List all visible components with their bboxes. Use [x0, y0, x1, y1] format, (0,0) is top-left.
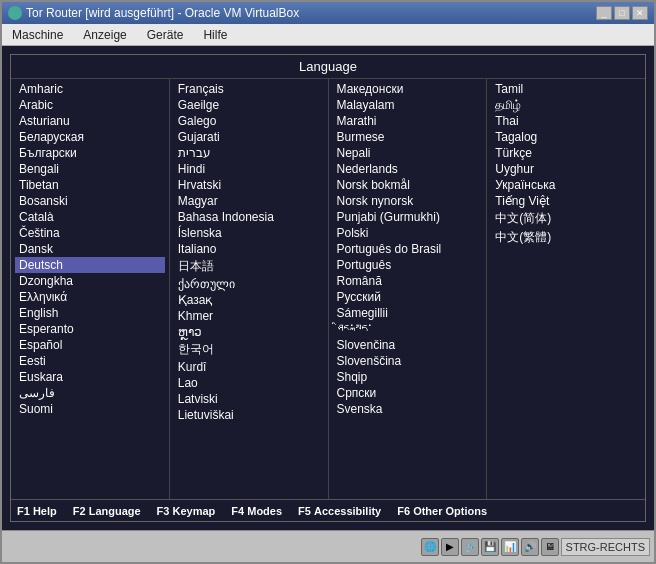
lang-punjabi[interactable]: Punjabi (Gurmukhi): [333, 209, 483, 225]
lang-francais[interactable]: Français: [174, 81, 324, 97]
lang-slovencina[interactable]: Slovenčina: [333, 337, 483, 353]
lang-dansk[interactable]: Dansk: [15, 241, 165, 257]
lang-bosanski[interactable]: Bosanski: [15, 193, 165, 209]
language-dialog: Language Amharic Arabic Asturianu Белару…: [10, 54, 646, 522]
lang-bengali[interactable]: Bengali: [15, 161, 165, 177]
lang-english[interactable]: English: [15, 305, 165, 321]
language-columns: Amharic Arabic Asturianu Беларуская Бълг…: [11, 79, 645, 499]
lang-eesti[interactable]: Eesti: [15, 353, 165, 369]
lang-marathi[interactable]: Marathi: [333, 113, 483, 129]
lang-kurdi[interactable]: Kurdî: [174, 359, 324, 375]
window-icon: [8, 6, 22, 20]
lang-balgarski[interactable]: Български: [15, 145, 165, 161]
lang-hebrew[interactable]: עברית: [174, 145, 324, 161]
lang-asturianu[interactable]: Asturianu: [15, 113, 165, 129]
lang-esperanto[interactable]: Esperanto: [15, 321, 165, 337]
lang-lithuanian[interactable]: Lietuviškai: [174, 407, 324, 423]
taskbar-icon-3[interactable]: 🔗: [461, 538, 479, 556]
status-f2[interactable]: F2 Language: [73, 505, 141, 517]
lang-chinese-simplified[interactable]: 中文(简体): [491, 209, 641, 228]
status-f4[interactable]: F4 Modes: [231, 505, 282, 517]
language-column-4: Tamil தமிழ் Thai Tagalog Türkçe Uyghur У…: [487, 79, 645, 499]
language-column-3: Македонски Malayalam Marathi Burmese Nep…: [329, 79, 488, 499]
lang-makedonski[interactable]: Македонски: [333, 81, 483, 97]
lang-hrvatski[interactable]: Hrvatski: [174, 177, 324, 193]
lang-farsi[interactable]: فارسی: [15, 385, 165, 401]
lang-cestina[interactable]: Čeština: [15, 225, 165, 241]
lang-espanol[interactable]: Español: [15, 337, 165, 353]
lang-romana[interactable]: Română: [333, 273, 483, 289]
lang-lao-script[interactable]: ຫຼາວ: [174, 324, 324, 340]
lang-hindi[interactable]: Hindi: [174, 161, 324, 177]
lang-galego[interactable]: Galego: [174, 113, 324, 129]
lang-samegillii[interactable]: Sámegillii: [333, 305, 483, 321]
lang-bahasa-indonesia[interactable]: Bahasa Indonesia: [174, 209, 324, 225]
taskbar-icon-1[interactable]: 🌐: [421, 538, 439, 556]
title-bar-left: Tor Router [wird ausgeführt] - Oracle VM…: [8, 6, 299, 20]
taskbar-icon-5[interactable]: 📊: [501, 538, 519, 556]
menu-anzeige[interactable]: Anzeige: [77, 26, 132, 44]
lang-ellinika[interactable]: Ελληνικά: [15, 289, 165, 305]
lang-magyar[interactable]: Magyar: [174, 193, 324, 209]
lang-georgian[interactable]: ქართული: [174, 276, 324, 292]
lang-japanese[interactable]: 日本語: [174, 257, 324, 276]
menu-maschine[interactable]: Maschine: [6, 26, 69, 44]
lang-chinese-traditional[interactable]: 中文(繁體): [491, 228, 641, 247]
lang-norsk-bokmal[interactable]: Norsk bokmål: [333, 177, 483, 193]
lang-gujarati[interactable]: Gujarati: [174, 129, 324, 145]
lang-norsk-nynorsk[interactable]: Norsk nynorsk: [333, 193, 483, 209]
lang-deutsch[interactable]: Deutsch: [15, 257, 165, 273]
lang-russian[interactable]: Русский: [333, 289, 483, 305]
lang-ukrainian[interactable]: Українська: [491, 177, 641, 193]
maximize-button[interactable]: □: [614, 6, 630, 20]
lang-lao[interactable]: Lao: [174, 375, 324, 391]
lang-uyghur[interactable]: Uyghur: [491, 161, 641, 177]
lang-svenska[interactable]: Svenska: [333, 401, 483, 417]
lang-tibetan[interactable]: Tibetan: [15, 177, 165, 193]
lang-amharic[interactable]: Amharic: [15, 81, 165, 97]
lang-kazak[interactable]: Қазақ: [174, 292, 324, 308]
lang-tibetan-script[interactable]: ཤིང་སྐད་: [333, 321, 483, 337]
lang-euskara[interactable]: Euskara: [15, 369, 165, 385]
lang-arabic[interactable]: Arabic: [15, 97, 165, 113]
lang-nepali[interactable]: Nepali: [333, 145, 483, 161]
lang-tagalog[interactable]: Tagalog: [491, 129, 641, 145]
lang-thai[interactable]: Thai: [491, 113, 641, 129]
status-f1[interactable]: F1 Help: [17, 505, 57, 517]
lang-slovenscina[interactable]: Slovenščina: [333, 353, 483, 369]
lang-gaeilge[interactable]: Gaeilge: [174, 97, 324, 113]
taskbar-icon-4[interactable]: 💾: [481, 538, 499, 556]
main-window: Tor Router [wird ausgeführt] - Oracle VM…: [0, 0, 656, 564]
status-f6[interactable]: F6 Other Options: [397, 505, 487, 517]
lang-suomi[interactable]: Suomi: [15, 401, 165, 417]
lang-portugues[interactable]: Português: [333, 257, 483, 273]
lang-islenska[interactable]: Íslenska: [174, 225, 324, 241]
lang-italiano[interactable]: Italiano: [174, 241, 324, 257]
taskbar-icon-7[interactable]: 🖥: [541, 538, 559, 556]
minimize-button[interactable]: _: [596, 6, 612, 20]
lang-polski[interactable]: Polski: [333, 225, 483, 241]
lang-malayalam[interactable]: Malayalam: [333, 97, 483, 113]
lang-tamil-script[interactable]: தமிழ்: [491, 97, 641, 113]
lang-portugues-brasil[interactable]: Português do Brasil: [333, 241, 483, 257]
status-f5[interactable]: F5 Accessibility: [298, 505, 381, 517]
lang-belarusskaya[interactable]: Беларуская: [15, 129, 165, 145]
lang-tamil[interactable]: Tamil: [491, 81, 641, 97]
lang-khmer[interactable]: Khmer: [174, 308, 324, 324]
lang-shqip[interactable]: Shqip: [333, 369, 483, 385]
lang-burmese[interactable]: Burmese: [333, 129, 483, 145]
status-f3[interactable]: F3 Keymap: [157, 505, 216, 517]
menu-hilfe[interactable]: Hilfe: [197, 26, 233, 44]
close-button[interactable]: ✕: [632, 6, 648, 20]
lang-dzongkha[interactable]: Dzongkha: [15, 273, 165, 289]
taskbar-icon-6[interactable]: 🔊: [521, 538, 539, 556]
lang-catala[interactable]: Català: [15, 209, 165, 225]
taskbar-icon-2[interactable]: ▶: [441, 538, 459, 556]
lang-vietnamese[interactable]: Tiếng Việt: [491, 193, 641, 209]
lang-srpski[interactable]: Српски: [333, 385, 483, 401]
menu-geraete[interactable]: Geräte: [141, 26, 190, 44]
lang-korean[interactable]: 한국어: [174, 340, 324, 359]
lang-latviski[interactable]: Latviski: [174, 391, 324, 407]
lang-nederlands[interactable]: Nederlands: [333, 161, 483, 177]
lang-turkce[interactable]: Türkçe: [491, 145, 641, 161]
